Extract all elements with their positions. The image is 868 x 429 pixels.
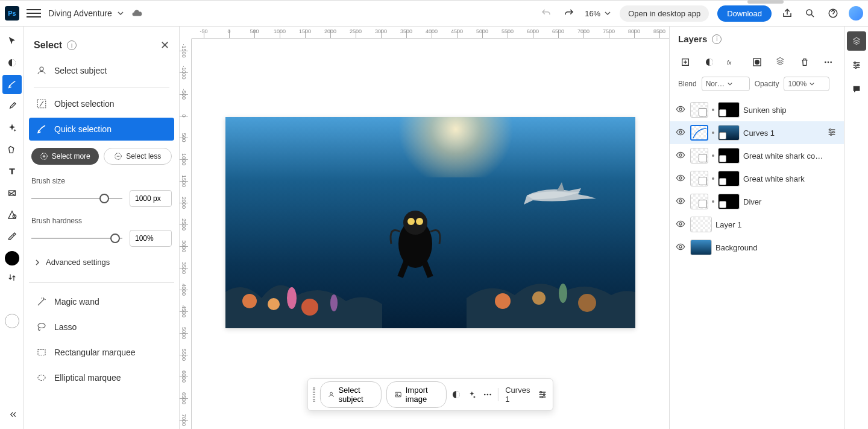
layer-thumb[interactable] [718, 102, 740, 118]
layer-thumb[interactable] [718, 125, 740, 141]
shape-tool[interactable] [2, 205, 22, 224]
search-button[interactable] [803, 6, 817, 21]
layer-row[interactable]: Diver [670, 190, 844, 213]
svg-point-51 [679, 223, 682, 225]
crop-tool[interactable] [2, 183, 22, 203]
layer-thumb[interactable] [718, 171, 740, 186]
close-panel-button[interactable]: ✕ [160, 39, 169, 52]
canvas[interactable]: Select subject Import image Curves 1 [192, 39, 669, 429]
layer-row[interactable]: Background [670, 236, 844, 259]
layer-thumb[interactable] [718, 148, 740, 164]
layer-row[interactable]: Great white shark co… [670, 144, 844, 167]
ctx-settings-icon[interactable] [537, 387, 548, 402]
context-bar-handle[interactable] [313, 387, 315, 402]
layer-mask-thumb[interactable] [690, 102, 708, 118]
menu-button[interactable] [27, 6, 41, 21]
document-title-dropdown[interactable]: Diving Adventure [48, 8, 124, 18]
layer-mask-thumb[interactable] [690, 171, 708, 186]
clone-tool[interactable] [2, 140, 22, 159]
layer-settings-icon[interactable] [827, 127, 838, 138]
visibility-toggle[interactable] [676, 104, 687, 115]
visibility-toggle[interactable] [676, 150, 687, 161]
collapse-rail[interactable] [2, 405, 22, 424]
visibility-toggle[interactable] [676, 242, 687, 253]
ctx-import-image-button[interactable]: Import image [386, 381, 447, 408]
user-avatar[interactable] [849, 6, 863, 21]
link-icon [712, 200, 714, 203]
coral-right-graphic [467, 250, 635, 328]
swap-colors[interactable] [2, 268, 22, 287]
opacity-select[interactable]: 100% [784, 77, 829, 91]
elliptical-marquee-tool[interactable]: Elliptical marquee [29, 366, 174, 389]
mode-label: Select more [52, 152, 90, 160]
visibility-toggle[interactable] [676, 196, 687, 207]
layer-row[interactable]: Curves 1 [670, 121, 844, 144]
layer-thumb[interactable] [690, 240, 712, 255]
visibility-toggle[interactable] [676, 219, 687, 230]
layer-name: Curves 1 [743, 129, 823, 138]
background-color[interactable] [5, 314, 19, 328]
mask-button[interactable] [750, 55, 764, 69]
layer-thumb[interactable] [690, 217, 712, 232]
ctx-more-icon[interactable] [482, 387, 493, 402]
foreground-color[interactable] [5, 251, 19, 265]
blend-mode-select[interactable]: Nor… [702, 77, 750, 91]
svg-point-54 [857, 65, 859, 66]
brush-size-slider[interactable] [31, 198, 122, 199]
generative-tool[interactable] [2, 118, 22, 138]
ctx-select-subject-button[interactable]: Select subject [320, 381, 382, 408]
layers-tab[interactable] [847, 31, 866, 51]
selection-tool[interactable] [2, 75, 22, 94]
layer-row[interactable]: Layer 1 [670, 213, 844, 236]
layer-row[interactable]: Great white shark [670, 167, 844, 190]
fx-button[interactable]: fx [726, 55, 740, 69]
select-subject-tool[interactable]: Select subject [29, 59, 174, 82]
layer-row[interactable]: Sunken ship [670, 98, 844, 121]
magic-wand-tool[interactable]: Magic wand [29, 290, 174, 313]
cloud-sync-icon[interactable] [131, 8, 142, 19]
more-options-button[interactable] [821, 55, 835, 69]
download-button[interactable]: Download [717, 5, 772, 22]
ctx-generative-icon[interactable] [467, 387, 477, 402]
help-button[interactable] [826, 6, 840, 21]
object-selection-tool[interactable]: Object selection [29, 92, 174, 115]
artboard[interactable] [225, 117, 635, 328]
ctx-button-label: Import image [406, 386, 439, 404]
open-desktop-button[interactable]: Open in desktop app [620, 5, 709, 22]
select-more-mode[interactable]: Select more [31, 148, 99, 165]
tool-label: Elliptical marquee [54, 373, 121, 383]
info-icon[interactable]: i [712, 34, 722, 44]
brush-tool[interactable] [2, 97, 22, 116]
delete-layer-button[interactable] [797, 55, 812, 69]
adjustment-layer-button[interactable] [702, 55, 717, 69]
ctx-adjustments-icon[interactable] [451, 387, 462, 402]
rectangular-marquee-tool[interactable]: Rectangular marquee [29, 341, 174, 364]
layer-mask-thumb[interactable] [690, 125, 708, 141]
quick-selection-tool[interactable]: Quick selection [29, 118, 174, 141]
lasso-tool[interactable]: Lasso [29, 316, 174, 338]
brush-hardness-input[interactable] [130, 230, 172, 247]
move-tool[interactable] [2, 31, 22, 51]
add-layer-button[interactable] [678, 55, 693, 69]
comments-tab[interactable] [847, 80, 866, 99]
properties-tab[interactable] [847, 56, 866, 75]
share-button[interactable] [780, 6, 794, 21]
adjustments-tool[interactable] [2, 53, 22, 72]
undo-button[interactable] [539, 6, 553, 21]
layer-thumb[interactable] [718, 194, 740, 209]
group-button[interactable] [773, 55, 788, 69]
zoom-dropdown[interactable]: 16% [585, 9, 611, 18]
layer-name: Great white shark [743, 174, 838, 183]
layer-mask-thumb[interactable] [690, 194, 708, 209]
eyedropper-tool[interactable] [2, 227, 22, 246]
info-icon[interactable]: i [67, 40, 77, 50]
visibility-toggle[interactable] [676, 127, 687, 138]
redo-button[interactable] [562, 6, 576, 21]
layer-mask-thumb[interactable] [690, 148, 708, 164]
brush-size-input[interactable] [130, 190, 172, 207]
select-less-mode[interactable]: Select less [104, 148, 172, 165]
visibility-toggle[interactable] [676, 173, 687, 184]
type-tool[interactable] [2, 162, 22, 181]
brush-hardness-slider[interactable] [31, 238, 122, 239]
advanced-settings-toggle[interactable]: Advanced settings [29, 252, 174, 273]
